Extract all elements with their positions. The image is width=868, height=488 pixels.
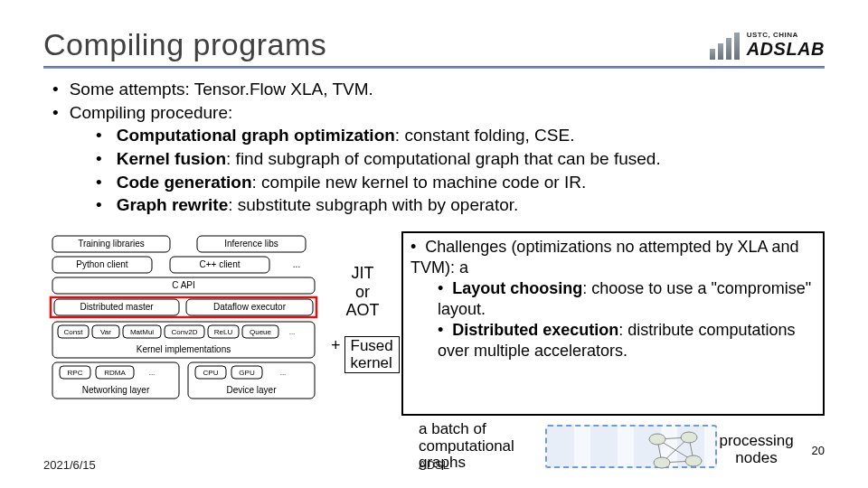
batch-line-2: computational	[419, 438, 533, 455]
page-title: Compiling programs	[43, 27, 326, 62]
sub-cgo-rest: : constant folding, CSE.	[395, 126, 575, 145]
sub-kf-rest: : find subgraph of computational graph t…	[226, 149, 661, 168]
svg-text:Distributed master: Distributed master	[80, 302, 154, 312]
sub-gr-bold: Graph rewrite	[117, 195, 229, 214]
sub-kf-bold: Kernel fusion	[117, 149, 226, 168]
plus-sign: +	[331, 336, 341, 355]
jit-line-1: JIT	[331, 264, 394, 283]
svg-point-54	[685, 455, 702, 466]
logo-bars-icon	[710, 31, 740, 60]
challenge-distexec-bold: Distributed execution	[452, 321, 618, 339]
bullet-list: Some attempts: Tensor.Flow XLA, TVM. Com…	[52, 78, 825, 217]
sub-cgo: Computational graph optimization: consta…	[96, 124, 825, 147]
bullet-attempts: Some attempts: Tensor.Flow XLA, TVM.	[52, 78, 825, 101]
page-number: 20	[812, 444, 825, 457]
sub-cg-rest: : compile new kernel to machine code or …	[252, 173, 587, 192]
jit-line-3: AOT	[331, 301, 394, 320]
sub-bullet-list: Computational graph optimization: consta…	[96, 124, 825, 217]
svg-text:C++ client: C++ client	[199, 259, 240, 269]
jit-line-2: or	[331, 283, 394, 302]
svg-text:ReLU: ReLU	[214, 328, 233, 336]
batch-line-1: a batch of	[419, 421, 533, 438]
plus-fused: + Fused kernel	[331, 336, 394, 373]
challenges-box: Challenges (optimizations no attempted b…	[401, 231, 825, 416]
svg-text:Const: Const	[64, 328, 84, 336]
svg-point-53	[654, 457, 670, 468]
sub-kf: Kernel fusion: find subgraph of computat…	[96, 147, 825, 171]
svg-text:Python client: Python client	[76, 259, 127, 269]
footer-adsl: ADSL	[419, 458, 449, 472]
svg-text:MatMul: MatMul	[130, 328, 154, 336]
svg-text:Kernel implementations: Kernel implementations	[137, 344, 231, 354]
fused-kernel-box: Fused kernel	[344, 336, 400, 373]
svg-text:Dataflow executor: Dataflow executor	[213, 302, 287, 312]
nodes-graphic-icon	[644, 428, 707, 472]
sub-cgo-bold: Computational graph optimization	[117, 126, 395, 145]
lower-row: Training libraries Inference libs Python…	[43, 231, 825, 416]
fused-line-2: kernel	[351, 355, 393, 372]
svg-text:Device layer: Device layer	[226, 385, 277, 395]
svg-text:Training libraries: Training libraries	[78, 239, 145, 249]
svg-text:...: ...	[293, 259, 300, 269]
title-row: Compiling programs USTC, CHINA ADSLAB	[43, 27, 825, 62]
svg-text:Queue: Queue	[250, 328, 272, 336]
fused-line-1: Fused	[351, 338, 393, 355]
logo: USTC, CHINA ADSLAB	[710, 31, 825, 60]
svg-text:C API: C API	[172, 280, 195, 290]
challenge-layout-bold: Layout choosing	[452, 279, 582, 297]
challenge-layout: Layout choosing: choose to use a "compro…	[438, 278, 814, 320]
svg-text:...: ...	[280, 369, 287, 377]
svg-text:Networking layer: Networking layer	[82, 385, 150, 395]
bullet-procedure: Compiling procedure:	[52, 101, 825, 125]
sub-gr-rest: : substitute subgraph with by operator.	[228, 195, 518, 214]
nodes-line-2: nodes	[716, 450, 797, 467]
mid-column: JIT or AOT + Fused kernel	[331, 231, 394, 416]
svg-point-51	[649, 434, 665, 445]
logo-text: USTC, CHINA ADSLAB	[747, 31, 825, 60]
sub-cg: Code generation: compile new kernel to m…	[96, 171, 825, 194]
svg-text:Conv2D: Conv2D	[172, 328, 198, 336]
svg-text:...: ...	[289, 328, 296, 336]
footer-row: 2021/6/15 a batch of computational graph…	[43, 458, 825, 472]
challenge-distexec: Distributed execution: distribute comput…	[438, 320, 814, 361]
architecture-diagram: Training libraries Inference libs Python…	[43, 231, 324, 416]
nodes-line-1: processing	[716, 433, 797, 450]
svg-text:Inference libs: Inference libs	[224, 239, 278, 249]
svg-text:GPU: GPU	[239, 369, 255, 377]
svg-text:Var: Var	[100, 328, 111, 336]
footer-date: 2021/6/15	[43, 458, 96, 472]
svg-text:RDMA: RDMA	[104, 369, 126, 377]
sub-gr: Graph rewrite: substitute subgraph with …	[96, 193, 825, 217]
svg-text:RPC: RPC	[68, 369, 83, 377]
org-line-1: USTC, CHINA	[747, 31, 825, 39]
architecture-diagram-svg: Training libraries Inference libs Python…	[43, 231, 324, 412]
sub-cg-bold: Code generation	[117, 173, 252, 192]
slide: Compiling programs USTC, CHINA ADSLAB So…	[0, 0, 868, 488]
title-divider	[43, 66, 825, 69]
nodes-label: processing nodes	[716, 433, 797, 466]
svg-text:CPU: CPU	[203, 369, 219, 377]
org-line-2: ADSLAB	[747, 39, 825, 60]
challenge-head: Challenges (optimizations no attempted b…	[410, 237, 814, 278]
jit-aot-label: JIT or AOT	[331, 264, 394, 320]
svg-point-52	[681, 432, 697, 443]
svg-text:...: ...	[149, 369, 156, 377]
